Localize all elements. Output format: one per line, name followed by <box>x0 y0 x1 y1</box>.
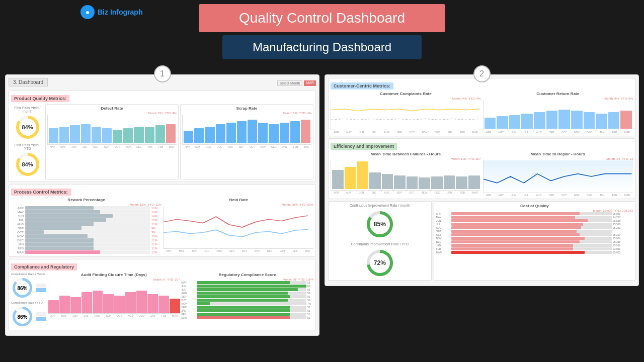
bar-3 <box>70 125 79 143</box>
panel2-number: 2 <box>473 65 491 82</box>
panel2: Customer-Centric Metrics: Customer Compl… <box>325 74 639 286</box>
efficiency-row: Mean Time Between Failures - Hours Month… <box>331 152 633 197</box>
header: ● Biz Infograph Quality Control Dashboar… <box>0 0 644 59</box>
efficiency-header: Efficiency and Improvement <box>331 143 397 150</box>
yield-title: Yield Rate <box>163 198 313 202</box>
return-ytd: YTD: 6% <box>621 97 633 100</box>
rework-section: Rework Percentage Month: 12% YTD: 11% AP… <box>11 198 162 254</box>
return-rate-chart: Customer Return Rate Month: 8% YTD: 6% <box>483 92 633 134</box>
compliance-gauges: Compliance Rate / Month 86% <box>11 273 46 328</box>
mtbf-title: Mean Time Between Failures - Hours <box>331 152 481 156</box>
process-row: Rework Percentage Month: 12% YTD: 11% AP… <box>11 198 313 254</box>
audit-title: Audit Finding Closure Time (Days) <box>48 273 180 277</box>
scrap-ytd-tag: YTD: 4% <box>299 112 311 115</box>
return-bars <box>483 100 633 130</box>
compliance-month-donut: 86% <box>11 277 34 299</box>
logo-icon: ● <box>80 5 95 19</box>
month-tag: MAR <box>304 80 316 86</box>
rework-ytd: YTD: 11% <box>148 203 162 206</box>
defect-rate-title: Defect Rate <box>47 106 177 111</box>
mtbf-bars <box>331 160 481 191</box>
mtbf-chart: Mean Time Between Failures - Hours Month… <box>331 152 481 197</box>
sbar-5 <box>226 123 236 143</box>
mtbf-month: Month: 100 <box>451 157 466 160</box>
defect-rate-chart: Defect Rate Month: 5% YTD: 4% <box>45 104 179 179</box>
hbar-jun: JUN14% <box>11 214 162 218</box>
bar-12 <box>166 124 176 144</box>
fpy-ytd-value: 84% <box>22 161 33 167</box>
ci-ytd-value: 72% <box>374 259 386 266</box>
bar-8 <box>123 128 133 143</box>
rework-hbars: APR11% MAY12% JUN14% JUL13% AUG11% SEP9%… <box>11 206 162 254</box>
ci-ytd-gauge: Continuous Improvement Rate / YTD 72% <box>331 242 429 278</box>
defect-bar-chart <box>47 115 177 145</box>
compliance-ytd-gauge: Compliance Rate / YTD 86% <box>11 301 46 328</box>
audit-month: Month: 9 <box>153 278 165 281</box>
audit-ytd: YTD: 207 <box>167 278 180 281</box>
bar-7 <box>113 130 122 144</box>
regulatory-title: Regulatory Compliance Score <box>182 273 314 277</box>
fpy-month-value: 84% <box>22 124 33 130</box>
fpy-month-donut: 84% <box>15 114 41 140</box>
bar-11 <box>155 125 165 143</box>
customer-centric-header: Customer-Centric Metrics: <box>331 82 393 89</box>
hbar-jul: JUL13% <box>11 218 162 222</box>
month-selector[interactable]: Select Month MAR <box>277 80 316 86</box>
sbar-11 <box>290 121 300 143</box>
ci-month-gauge: Continuous Improvement Rate / month 85% <box>331 204 429 239</box>
complaints-line <box>331 100 481 130</box>
compliance-ytd-label: Compliance Rate / YTD <box>11 301 46 304</box>
main-title: Quality Control Dashboard <box>239 10 405 26</box>
audit-section: Audit Finding Closure Time (Days) Month:… <box>48 273 180 328</box>
hbar-jan: JAN11% <box>11 242 162 246</box>
coq-title: Cost of Quality <box>436 204 633 208</box>
donut-charts: First Pass Yield / month 84% First Pass … <box>11 104 44 179</box>
fpy-month: First Pass Yield / month 84% <box>13 106 42 140</box>
ci-section: Continuous Improvement Rate / month 85% … <box>328 201 432 281</box>
compliance-ytd-value: 86% <box>17 314 27 319</box>
bar-9 <box>134 127 143 143</box>
mttr-line <box>483 160 633 193</box>
defect-ytd-tag: YTD: 4% <box>165 112 177 115</box>
process-control-header: Process Control Metrics: <box>11 189 71 196</box>
hbar-nov: NOV10% <box>11 234 162 238</box>
hbar-dec: DEC11% <box>11 238 162 242</box>
regulatory-section: Regulatory Compliance Score Month: 98 YT… <box>182 273 314 328</box>
sbar-1 <box>184 131 193 143</box>
return-rate-title: Customer Return Rate <box>483 92 633 96</box>
scrap-bar-chart <box>182 115 311 145</box>
mttr-title: Mean Time to Repair - Hours <box>483 152 633 156</box>
audit-labels: APR MAY JUN JUL AUG SEP OCT NOV DEC JAN … <box>48 314 180 317</box>
hbar-aug: AUG11% <box>11 222 162 226</box>
bar-4 <box>81 124 91 144</box>
defect-month-tag: Month: 5% <box>148 112 163 115</box>
bar-6 <box>102 128 112 143</box>
defect-labels: APR MAY JUN JUL AUG SEP OCT NOV DEC JAN … <box>47 145 177 148</box>
complaints-labels: APR MAY JUN JUL AUG SEP OCT NOV DEC JAN … <box>331 131 481 134</box>
scrap-labels: APR MAY JUN JUL AUG SEP OCT NOV DEC JAN … <box>182 145 311 148</box>
yield-labels: APR MAY JUN JUL AUG SEP OCT NOV DEC JAN … <box>163 249 313 252</box>
audit-bars <box>48 281 180 314</box>
rework-title: Rework Percentage <box>11 198 162 202</box>
ci-ytd-label: Continuous Improvement Rate / YTD <box>351 242 409 246</box>
yield-line-chart <box>163 206 313 249</box>
mttr-chart: Mean Time to Repair - Hours Month: 24 YT… <box>483 152 633 197</box>
sbar-9 <box>269 124 278 144</box>
scrap-rate-title: Scrap Rate <box>182 106 311 111</box>
panel1-wrapper: 1 3. Dashboard Select Month MAR Product … <box>5 74 319 358</box>
sbar-12 <box>301 120 310 143</box>
ci-month-label: Continuous Improvement Rate / month <box>350 204 410 207</box>
product-quality-row: First Pass Yield / month 84% First Pass … <box>11 104 313 179</box>
ci-month-value: 85% <box>374 221 386 228</box>
compliance-row: Compliance Rate / Month 86% <box>11 273 313 328</box>
bar-5 <box>92 127 101 143</box>
yield-svg <box>164 206 313 248</box>
mttr-labels: APR MAY JUN JUL AUG SEP OCT NOV DEC JAN … <box>483 194 633 197</box>
compliance-month-label: Compliance Rate / Month <box>11 273 46 276</box>
fpy-month-label: First Pass Yield / month <box>13 106 42 113</box>
return-labels: APR MAY JUN JUL AUG SEP OCT NOV DEC JAN … <box>483 131 633 134</box>
efficiency-section: Efficiency and Improvement Mean Time Bet… <box>328 138 635 199</box>
panel2-wrapper: 2 Customer-Centric Metrics: Customer Com… <box>325 74 639 358</box>
hbar-sep: SEP9% <box>11 226 162 230</box>
fpy-ytd-donut: 84% <box>15 151 41 177</box>
